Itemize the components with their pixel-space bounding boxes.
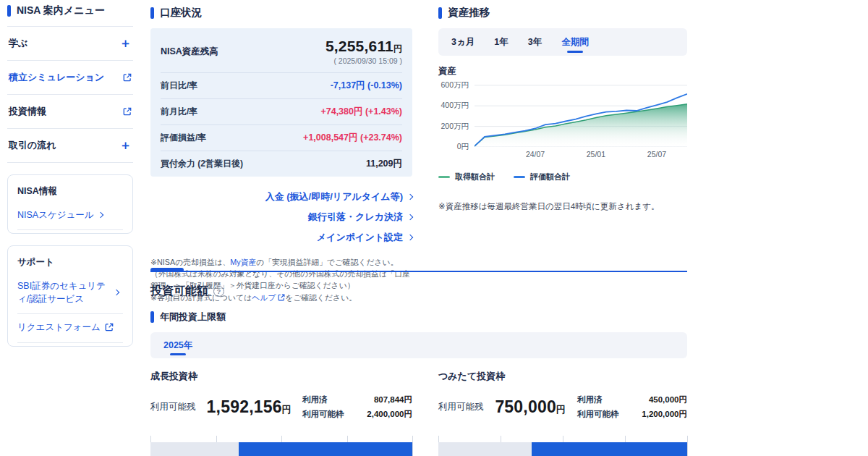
- remaining-unit: 円: [556, 404, 566, 415]
- row-value: +1,008,547円 (+23.74%): [303, 132, 402, 144]
- my-assets-link[interactable]: My資産: [230, 258, 256, 266]
- sidebar-item-label: 投資情報: [9, 105, 46, 118]
- y-tick: 0円: [457, 142, 469, 152]
- month-change-row: 前月比/率 +74,380円 (+1.43%): [161, 99, 402, 125]
- chart-y-labels: 600万円 400万円 200万円 0円: [438, 83, 469, 147]
- used-value: 450,000円: [649, 393, 687, 408]
- asset-trend-chart: [475, 83, 687, 147]
- investable-amount-section: 投資可能額 ? 年間投資上限額 2025年 成長投資枠 利用可能残 1,592,…: [150, 284, 687, 456]
- accent-bar: [150, 7, 154, 19]
- sidebar-item-label: 取引の流れ: [9, 139, 56, 152]
- help-question-icon[interactable]: ?: [213, 286, 224, 297]
- tab-3years[interactable]: 3年: [528, 28, 542, 56]
- growth-quota-gauge: 0万円 60万円 120万円 180万円 240万円: [150, 436, 412, 456]
- chevron-right-icon: [407, 194, 413, 200]
- row-label: 前日比/率: [161, 80, 197, 92]
- link-label: 銀行引落・クレカ決済: [308, 211, 403, 224]
- gauge-remaining-fill: [532, 442, 687, 456]
- tab-1year[interactable]: 1年: [494, 28, 508, 56]
- account-status-header: 口座状況: [150, 6, 412, 20]
- main-point-setting-link[interactable]: メインポイント設定: [150, 227, 412, 248]
- gauge-remaining-fill: [239, 442, 412, 456]
- sidebar-item-simulation[interactable]: 積立シミュレーション: [7, 61, 133, 95]
- plus-icon: ＋: [119, 141, 132, 150]
- row-value: 11,209円: [366, 158, 402, 170]
- divider-accent: [150, 268, 184, 272]
- divider-line: [150, 271, 687, 272]
- tsumitate-quota-block: つみたて投資枠 利用可能残 750,000円 利用済450,000円 利用可能枠…: [438, 370, 687, 456]
- account-links: 入金 (振込/即時/リアルタイム等) 銀行引落・クレカ決済 メインポイント設定: [150, 187, 412, 248]
- day-change-row: 前日比/率 -7,137円 (-0.13%): [161, 73, 402, 99]
- accent-bar: [7, 5, 11, 17]
- link-label: メインポイント設定: [317, 231, 403, 244]
- row-label: 評価損益/率: [161, 132, 206, 144]
- limit-value: 1,200,000円: [642, 408, 687, 422]
- annual-limit-header: 年間投資上限額: [150, 311, 687, 324]
- tsumitate-quota-gauge: 0万円 30万円 60万円 90万円 120万円: [438, 436, 687, 456]
- row-value: -7,137円 (-0.13%): [331, 80, 402, 92]
- link-security-service[interactable]: SBI証券のセキュリティ/認証サービス: [17, 273, 123, 314]
- deposit-link[interactable]: 入金 (振込/即時/リアルタイム等): [150, 187, 412, 207]
- section-title: 資産推移: [448, 6, 490, 20]
- y-tick: 600万円: [441, 80, 469, 90]
- asset-trend-note: ※資産推移は毎週最終営業日の翌日4時頃に更新されます。: [438, 201, 687, 212]
- green-series-swatch: [438, 176, 450, 178]
- remaining-label: 利用可能残: [150, 401, 196, 413]
- nisa-dashboard-page: NISA 案内メニュー 学ぶ ＋ 積立シミュレーション 投資情報 取引の流れ ＋…: [0, 0, 868, 456]
- row-label: 前月比/率: [161, 106, 197, 118]
- gauge-tick: [412, 436, 413, 456]
- accent-bar: [150, 311, 154, 323]
- growth-quota-block: 成長投資枠 利用可能残 1,592,156円 利用済807,844円 利用可能枠…: [150, 370, 412, 456]
- asset-chart: 600万円 400万円 200万円 0円 24/07 25/01 25/07: [438, 83, 687, 166]
- unrealized-pl-row: 評価損益/率 +1,008,547円 (+23.74%): [161, 125, 402, 151]
- nisa-info-box: NISA情報 NISAスケジュール: [7, 174, 133, 234]
- quota-name: つみたて投資枠: [438, 370, 687, 383]
- link-nisa-schedule[interactable]: NISAスケジュール: [17, 202, 123, 230]
- asset-trend-header: 資産推移: [438, 6, 687, 20]
- external-link-icon: [123, 73, 132, 82]
- used-label: 利用済: [302, 393, 328, 408]
- external-link-icon: [278, 294, 285, 301]
- chevron-right-icon: [407, 214, 413, 220]
- tab-3months[interactable]: 3ヵ月: [451, 28, 475, 56]
- period-tabbar: 3ヵ月 1年 3年 全期間: [438, 28, 687, 56]
- link-label: SBI証券のセキュリティ/認証サービス: [17, 279, 110, 305]
- row-label: 買付余力 (2営業日後): [161, 158, 243, 170]
- legend-acquisition-total: 取得額合計: [438, 172, 495, 182]
- tab-all-period[interactable]: 全期間: [561, 28, 589, 56]
- year-tabbar: 2025年: [150, 332, 687, 358]
- sidebar-item-trade-flow[interactable]: 取引の流れ ＋: [7, 129, 133, 163]
- bank-debit-link[interactable]: 銀行引落・クレカ決済: [150, 207, 412, 227]
- quota-name: 成長投資枠: [150, 370, 412, 383]
- sidebar-item-learn[interactable]: 学ぶ ＋: [7, 27, 133, 61]
- help-link[interactable]: ヘルプ: [252, 293, 276, 302]
- section-title: 口座状況: [160, 6, 202, 20]
- blue-series-swatch: [514, 176, 525, 178]
- link-label: リクエストフォーム: [17, 321, 101, 334]
- note-line-1: ※NISAの売却損益は、My資産の「実現損益詳細」でご確認ください。: [150, 256, 412, 268]
- account-summary-panel: NISA資産残高 5,255,611円 ( 2025/09/30 15:09 )…: [150, 28, 412, 177]
- account-status-section: 口座状況 NISA資産残高 5,255,611円 ( 2025/09/30 15…: [150, 1, 412, 263]
- plus-icon: ＋: [119, 39, 132, 48]
- link-request-form[interactable]: リクエストフォーム: [17, 314, 123, 342]
- balance-value: 5,255,611: [326, 38, 393, 54]
- balance-label: NISA資産残高: [161, 46, 218, 58]
- sidebar-item-invest-info[interactable]: 投資情報: [7, 95, 133, 129]
- y-tick: 200万円: [441, 122, 469, 132]
- note-text: の「実現損益詳細」でご確認ください。: [256, 258, 398, 266]
- sidebar-title-text: NISA 案内メニュー: [17, 4, 105, 17]
- accent-bar: [438, 7, 442, 19]
- sidebar-item-label: 積立シミュレーション: [9, 71, 104, 84]
- main-content: 口座状況 NISA資産残高 5,255,611円 ( 2025/09/30 15…: [150, 1, 687, 456]
- limit-label: 利用可能枠: [577, 408, 619, 422]
- y-tick: 400万円: [441, 101, 469, 111]
- chart-legend: 取得額合計 評価額合計: [438, 172, 687, 182]
- chevron-right-icon: [114, 290, 119, 295]
- tab-year-2025[interactable]: 2025年: [163, 332, 192, 358]
- row-value: +74,380円 (+1.43%): [320, 106, 402, 118]
- nisa-menu-sidebar: NISA 案内メニュー 学ぶ ＋ 積立シミュレーション 投資情報 取引の流れ ＋…: [7, 4, 133, 347]
- remaining-label: 利用可能残: [438, 401, 484, 413]
- x-tick: 24/07: [526, 150, 545, 159]
- support-box: サポート SBI証券のセキュリティ/認証サービス リクエストフォーム: [7, 245, 133, 346]
- chevron-right-icon: [97, 212, 103, 218]
